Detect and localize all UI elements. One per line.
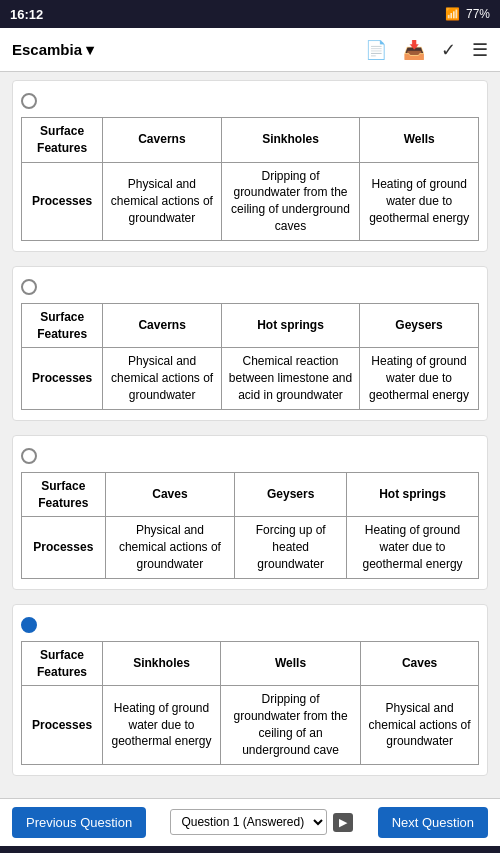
table-a-header-2: Sinkholes [221,118,360,163]
table-a-header-1: Caverns [103,118,221,163]
table-b-row-label: Processes [22,348,103,409]
table-a-header-3: Wells [360,118,479,163]
check-icon[interactable]: ✓ [441,39,456,61]
inbox-icon[interactable]: 📥 [403,39,425,61]
media-button[interactable]: ▶ [333,813,353,832]
table-b-cell-0: Physical and chemical actions of groundw… [103,348,222,409]
status-time: 16:12 [10,7,43,22]
table-d-row-label: Processes [22,686,103,764]
table-c-cell-0: Physical and chemical actions of groundw… [105,517,235,578]
table-d-header-2: Wells [220,641,360,686]
battery-text: 77% [466,7,490,21]
status-icons: 📶 77% [445,7,490,21]
question-select-wrap: Question 1 (Answered) ▶ [154,809,369,835]
table-c-header-0: Surface Features [22,472,106,517]
menu-icon[interactable]: ☰ [472,39,488,61]
nav-icons: 📄 📥 ✓ ☰ [365,39,488,61]
radio-b[interactable] [21,279,37,295]
status-bar: 16:12 📶 77% [0,0,500,28]
table-b-header-1: Caverns [103,303,222,348]
table-c-cell-2: Heating of ground water due to geotherma… [347,517,479,578]
table-d: Surface Features Sinkholes Wells Caves P… [21,641,479,765]
content-area: Surface Features Caverns Sinkholes Wells… [0,72,500,798]
table-b-cell-2: Heating of ground water due to geotherma… [360,348,479,409]
table-c-header-1: Caves [105,472,235,517]
table-a-cell-1: Dripping of groundwater from the ceiling… [221,162,360,240]
table-d-cell-0: Heating of ground water due to geotherma… [103,686,221,764]
android-nav-bar: ⌂ ◁ ● ■ [0,846,500,853]
table-a-row-label: Processes [22,162,103,240]
option-c-block: Surface Features Caves Geysers Hot sprin… [12,435,488,590]
question-dropdown[interactable]: Question 1 (Answered) [170,809,327,835]
nav-title[interactable]: Escambia ▾ [12,41,94,59]
table-d-header-3: Caves [361,641,479,686]
next-question-button[interactable]: Next Question [378,807,488,838]
table-d-cell-2: Physical and chemical actions of groundw… [361,686,479,764]
prev-question-button[interactable]: Previous Question [12,807,146,838]
option-a-block: Surface Features Caverns Sinkholes Wells… [12,80,488,252]
table-b-header-2: Hot springs [222,303,360,348]
nav-bar: Escambia ▾ 📄 📥 ✓ ☰ [0,28,500,72]
table-a: Surface Features Caverns Sinkholes Wells… [21,117,479,241]
table-a-cell-2: Heating of ground water due to geotherma… [360,162,479,240]
wifi-icon: 📶 [445,7,460,21]
table-c-header-2: Geysers [235,472,347,517]
book-icon[interactable]: 📄 [365,39,387,61]
radio-d[interactable] [21,617,37,633]
table-d-cell-1: Dripping of groundwater from the ceiling… [220,686,360,764]
radio-a[interactable] [21,93,37,109]
option-d-block: Surface Features Sinkholes Wells Caves P… [12,604,488,776]
bottom-bar: Previous Question Question 1 (Answered) … [0,798,500,846]
table-c-cell-1: Forcing up of heated groundwater [235,517,347,578]
dropdown-icon: ▾ [86,41,94,59]
table-b-header-0: Surface Features [22,303,103,348]
radio-c[interactable] [21,448,37,464]
table-d-header-0: Surface Features [22,641,103,686]
table-b-header-3: Geysers [360,303,479,348]
table-c-header-3: Hot springs [347,472,479,517]
table-b: Surface Features Caverns Hot springs Gey… [21,303,479,410]
table-a-header-0: Surface Features [22,118,103,163]
table-c: Surface Features Caves Geysers Hot sprin… [21,472,479,579]
table-c-row-label: Processes [22,517,106,578]
table-b-cell-1: Chemical reaction between limestone and … [222,348,360,409]
table-a-cell-0: Physical and chemical actions of groundw… [103,162,221,240]
table-d-header-1: Sinkholes [103,641,221,686]
option-b-block: Surface Features Caverns Hot springs Gey… [12,266,488,421]
play-icon: ▶ [339,816,347,829]
